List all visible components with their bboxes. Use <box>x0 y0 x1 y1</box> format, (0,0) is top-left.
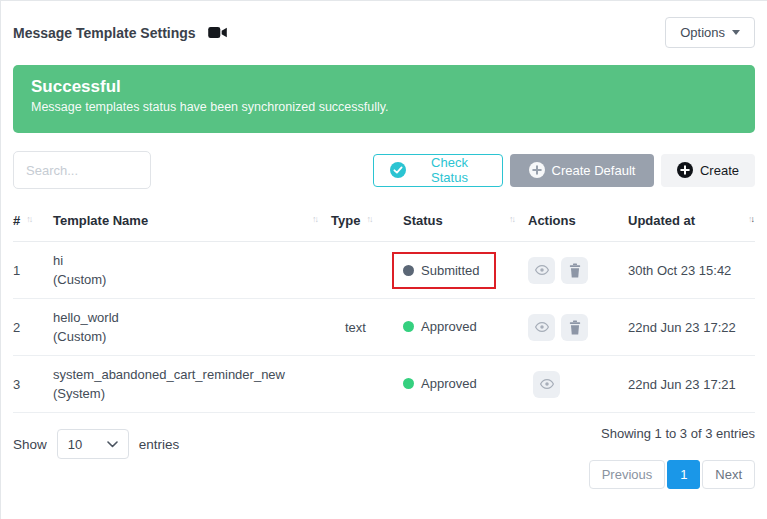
sort-icon: ↑↓ <box>26 213 31 224</box>
table-row: 2 hello_world (Custom) text Approved <box>13 299 755 356</box>
view-button[interactable] <box>528 257 555 284</box>
create-default-button[interactable]: Create Default <box>510 154 654 187</box>
column-header-actions[interactable]: Actions <box>528 213 628 229</box>
red-highlight-annotation: Submitted <box>392 252 496 289</box>
sort-icon: ↑↓ <box>509 213 514 224</box>
next-page-button[interactable]: Next <box>702 460 755 489</box>
footer-right: Showing 1 to 3 of 3 entries Previous 1 N… <box>589 426 755 489</box>
check-status-button[interactable]: Check Status <box>373 154 503 187</box>
table-row: 1 hi (Custom) Submitted <box>13 242 755 299</box>
eye-icon <box>539 376 555 392</box>
check-circle-icon <box>390 162 406 178</box>
table-header-row: # ↑↓ Template Name ↑↓ Type ↑↓ Status ↑↓ … <box>13 203 755 242</box>
eye-icon <box>534 319 550 335</box>
success-alert: Successful Message templates status have… <box>13 65 755 133</box>
chevron-down-icon <box>107 441 118 448</box>
sort-icon: ↑↓ <box>366 213 371 224</box>
updated-at-cell: 22nd Jun 23 17:22 <box>628 320 755 335</box>
chevron-down-icon <box>732 30 740 35</box>
status-badge: Approved <box>403 319 477 334</box>
sort-icon: ↑↓ <box>312 213 317 224</box>
updated-at-cell: 30th Oct 23 15:42 <box>628 263 755 278</box>
status-cell: Approved <box>403 376 528 392</box>
page-size-control: Show 10 entries <box>13 429 179 459</box>
action-buttons: Check Status Create Default Create <box>373 154 755 187</box>
table-controls: Check Status Create Default Create <box>13 151 755 189</box>
alert-message: Message templates status have been synch… <box>31 100 737 114</box>
create-button[interactable]: Create <box>661 154 755 187</box>
row-number: 2 <box>13 320 53 335</box>
updated-at-cell: 22nd Jun 23 17:21 <box>628 377 755 392</box>
trash-icon <box>568 263 582 278</box>
alert-title: Successful <box>31 77 737 97</box>
actions-cell <box>528 314 628 341</box>
view-button[interactable] <box>528 314 555 341</box>
eye-icon <box>534 262 550 278</box>
plus-circle-icon <box>677 162 693 178</box>
template-name-cell: hello_world (Custom) <box>53 308 331 346</box>
view-button[interactable] <box>533 371 560 398</box>
table-footer: Show 10 entries Showing 1 to 3 of 3 entr… <box>13 426 755 489</box>
column-header-num[interactable]: # ↑↓ <box>13 213 53 229</box>
show-label: Show <box>13 437 47 452</box>
status-dot-icon <box>403 265 414 276</box>
previous-page-button[interactable]: Previous <box>589 460 666 489</box>
create-label: Create <box>700 163 739 178</box>
status-dot-icon <box>403 378 414 389</box>
search-input[interactable] <box>13 151 151 189</box>
delete-button[interactable] <box>561 257 588 284</box>
column-header-type[interactable]: Type ↑↓ <box>331 213 403 229</box>
create-default-label: Create Default <box>552 163 636 178</box>
video-camera-icon <box>208 26 227 39</box>
column-header-updated-at[interactable]: Updated at ↑↓ <box>628 213 755 229</box>
options-button-label: Options <box>680 25 725 40</box>
actions-cell <box>528 257 628 284</box>
actions-cell <box>528 371 628 398</box>
table-row: 3 system_abandoned_cart_reminder_new (Sy… <box>13 356 755 413</box>
delete-button[interactable] <box>561 314 588 341</box>
type-cell: text <box>331 320 403 335</box>
status-badge: Submitted <box>403 263 480 278</box>
entries-label: entries <box>139 437 180 452</box>
template-name-cell: system_abandoned_cart_reminder_new (Syst… <box>53 365 331 403</box>
page-title: Message Template Settings <box>13 25 196 41</box>
topbar: Message Template Settings Options <box>1 1 767 48</box>
status-badge: Approved <box>403 376 477 391</box>
row-number: 3 <box>13 377 53 392</box>
status-dot-icon <box>403 321 414 332</box>
status-cell: Approved <box>403 319 528 335</box>
template-name-cell: hi (Custom) <box>53 251 331 289</box>
message-template-settings-page: Message Template Settings Options Succes… <box>0 0 767 519</box>
templates-table: # ↑↓ Template Name ↑↓ Type ↑↓ Status ↑↓ … <box>13 203 755 413</box>
title-wrap: Message Template Settings <box>13 25 227 41</box>
options-button[interactable]: Options <box>665 17 755 48</box>
trash-icon <box>568 320 582 335</box>
page-size-value: 10 <box>68 437 82 452</box>
page-size-select[interactable]: 10 <box>57 429 129 459</box>
status-cell: Submitted <box>403 252 528 289</box>
row-number: 1 <box>13 263 53 278</box>
column-header-template-name[interactable]: Template Name ↑↓ <box>53 213 331 229</box>
check-status-label: Check Status <box>413 155 486 185</box>
showing-entries-text: Showing 1 to 3 of 3 entries <box>601 426 755 441</box>
pagination: Previous 1 Next <box>589 460 755 489</box>
sort-icon-active-desc: ↑↓ <box>748 213 753 224</box>
page-1-button[interactable]: 1 <box>667 460 700 489</box>
plus-circle-icon <box>529 162 545 178</box>
column-header-status[interactable]: Status ↑↓ <box>403 213 528 229</box>
